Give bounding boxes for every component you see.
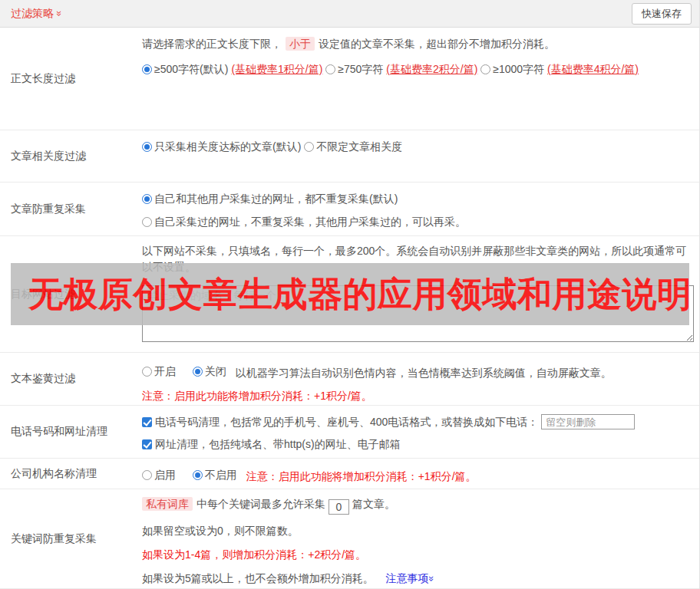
row-content: 启用 不启用 注意：启用此功能将增加积分消耗：+1积分/篇。 [142,459,699,489]
row-content-length-filter: 正文长度过滤 请选择需求的正文长度下限，小于设定值的文章不采集，超出部分不增加积… [0,28,699,130]
radio-option-off[interactable]: 关闭 [193,364,226,379]
row-label: 关键词防重复采集 [0,489,142,588]
radio-option-global-dedup[interactable]: 自己和其他用户采集过的网址，都不重复采集(默认) [142,191,398,206]
watermark-ad-banner[interactable]: 无极原创文章生成器的应用领域和用途说明( [11,263,689,325]
radio-icon[interactable] [142,64,152,74]
radio-icon[interactable] [480,64,490,74]
chevron-down-icon: » [54,11,64,16]
row-label: 正文长度过滤 [0,28,142,130]
checkbox-icon[interactable] [142,417,152,427]
company-clean-options: 启用 不启用 注意：启用此功能将增加积分消耗：+1积分/篇。 [142,467,693,484]
fee-note: (基础费率1积分/篇) [231,61,322,77]
row-keyword-dedup: 关键词防重复采集 私有词库中每个关键词最多允许采集篇文章。 如果留空或设为0，则… [0,489,699,589]
checkbox-url-clean[interactable]: 网址清理，包括纯域名、带http(s)的网址、电子邮箱 [142,436,401,452]
radio-option-no-limit[interactable]: 不限定文章相关度 [304,139,402,154]
porn-filter-options: 开启 关闭 以机器学习算法自动识别色情内容，当色情概率达到系统阈值，自动屏蔽文章… [142,364,693,380]
watermark-ad-text: 无极原创文章生成器的应用领域和用途说明( [28,271,689,318]
filter-strategy-page: 过滤策略 » 快速保存 正文长度过滤 请选择需求的正文长度下限，小于设定值的文章… [0,0,700,589]
row-content: 只采集相关度达标的文章(默认) 不限定文章相关度 [142,130,699,182]
radio-option-disable[interactable]: 不启用 [193,467,237,482]
radio-icon[interactable] [142,142,152,152]
row-relevance-filter: 文章相关度过滤 只采集相关度达标的文章(默认) 不限定文章相关度 [0,130,699,183]
row-content: 电话号码清理，包括常见的手机号、座机号、400电话格式，或替换成如下电话： 网址… [142,406,699,458]
row-content: 自己和其他用户采集过的网址，都不重复采集(默认) 自己采集过的网址，不重复采集，… [142,183,699,235]
radio-icon[interactable] [142,470,152,480]
radio-option-on[interactable]: 开启 [142,364,176,379]
company-clean-note: 注意：启用此功能将增加积分消耗：+1积分/篇。 [246,470,477,482]
row-label: 文章相关度过滤 [0,130,142,182]
radio-icon[interactable] [193,470,203,480]
row-label: 电话号码和网址清理 [0,406,142,458]
chevron-down-icon: » [427,576,437,581]
radio-icon[interactable] [142,367,152,377]
keyword-dedup-hint-fee: 如果设为1-4篇，则增加积分消耗：+2积分/篇。 [142,547,693,562]
row-porn-filter: 文本鉴黄过滤 开启 关闭 以机器学习算法自动识别色情内容，当色情概率达到系统阈值… [0,353,699,406]
keyword-dedup-hint-zero: 如果留空或设为0，则不限篇数。 [142,523,693,538]
fee-note: (基础费率4积分/篇) [547,61,639,77]
row-label: 公司机构名称清理 [0,459,142,489]
content-length-desc: 请选择需求的正文长度下限，小于设定值的文章不采集，超出部分不增加积分消耗。 [142,36,693,51]
topbar: 过滤策略 » 快速保存 [0,0,699,28]
porn-filter-note: 注意：启用此功能将增加积分消耗：+1积分/篇。 [142,388,693,403]
row-company-clean: 公司机构名称清理 启用 不启用 注意：启用此功能将增加积分消耗：+1积分/篇。 [0,459,699,489]
checkbox-phone-clean[interactable]: 电话号码清理，包括常见的手机号、座机号、400电话格式，或替换成如下电话： [142,414,635,429]
checkbox-icon[interactable] [142,439,152,449]
radio-option-1000[interactable]: ≥1000字符 (基础费率4积分/篇) [480,61,639,77]
section-title-label: 过滤策略 [11,7,54,21]
radio-option-500[interactable]: ≥500字符(默认) (基础费率1积分/篇) [142,61,322,77]
porn-filter-desc: 以机器学习算法自动识别色情内容，当色情概率达到系统阈值，自动屏蔽文章。 [236,367,612,379]
row-label: 文本鉴黄过滤 [0,353,142,405]
radio-option-relevant-only[interactable]: 只采集相关度达标的文章(默认) [142,139,301,154]
notice-link[interactable]: 注意事项» [386,572,434,584]
radio-icon[interactable] [304,142,314,152]
row-phone-url-clean: 电话号码和网址清理 电话号码清理，包括常见的手机号、座机号、400电话格式，或替… [0,406,699,459]
less-than-highlight: 小于 [286,37,315,51]
row-content: 请选择需求的正文长度下限，小于设定值的文章不采集，超出部分不增加积分消耗。 ≥5… [142,28,699,130]
row-content: 私有词库中每个关键词最多允许采集篇文章。 如果留空或设为0，则不限篇数。 如果设… [142,489,699,588]
keyword-dedup-setting: 私有词库中每个关键词最多允许采集篇文章。 [142,496,693,515]
section-title[interactable]: 过滤策略 » [11,7,62,21]
replacement-phone-input[interactable] [541,414,635,429]
fee-note: (基础费率2积分/篇) [386,61,477,77]
radio-icon[interactable] [193,367,203,377]
radio-icon[interactable] [325,64,335,74]
quick-save-button[interactable]: 快速保存 [632,3,692,25]
radio-icon[interactable] [142,194,152,204]
max-collect-count-input[interactable] [329,499,349,515]
private-lexicon-link[interactable]: 私有词库 [142,497,193,511]
radio-option-self-dedup[interactable]: 自己采集过的网址，不重复采集，其他用户采集过的，可以再采。 [142,214,466,229]
row-dedup-filter: 文章防重复采集 自己和其他用户采集过的网址，都不重复采集(默认) 自己采集过的网… [0,183,699,236]
radio-option-enable[interactable]: 启用 [142,467,176,482]
row-label: 文章防重复采集 [0,183,142,235]
keyword-dedup-hint-five: 如果设为5篇或以上，也不会额外增加积分消耗。 注意事项» [142,571,693,586]
row-content: 开启 关闭 以机器学习算法自动识别色情内容，当色情概率达到系统阈值，自动屏蔽文章… [142,353,699,405]
radio-option-750[interactable]: ≥750字符 (基础费率2积分/篇) [325,61,477,77]
radio-icon[interactable] [142,217,152,227]
